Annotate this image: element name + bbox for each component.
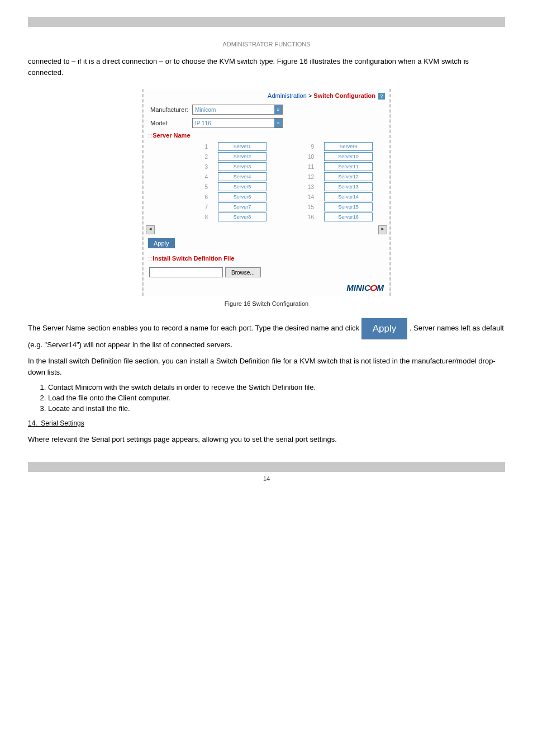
server-port-number: 14 (304, 194, 314, 200)
horizontal-scrollbar[interactable]: ◄ ► (146, 226, 387, 234)
browse-button[interactable]: Browse... (225, 267, 261, 277)
page-header: ADMINISTRATOR FUNCTIONS (28, 41, 505, 48)
server-port-number: 15 (304, 204, 314, 210)
server-name-input[interactable]: Server15 (324, 202, 373, 211)
server-name-input[interactable]: Server8 (218, 212, 266, 221)
server-name-header: Server Name (144, 130, 389, 141)
server-name-input[interactable]: Server2 (218, 152, 266, 161)
server-name-paragraph: The Server Name section enables you to r… (28, 318, 505, 350)
footer-bar (28, 462, 505, 472)
chevron-down-icon[interactable]: » (274, 119, 282, 127)
intro-paragraph: connected to – if it is a direct connect… (28, 56, 505, 78)
model-value: IP 116 (193, 120, 274, 126)
server-name-input[interactable]: Server10 (324, 152, 373, 161)
server-name-input[interactable]: Server9 (324, 142, 373, 151)
manufacturer-label: Manufacturer: (150, 106, 192, 113)
list-item: Locate and install the file. (48, 404, 505, 413)
server-port-number: 2 (198, 154, 208, 160)
section-14-body: Where relevant the Serial port settings … (28, 434, 505, 445)
server-name-input[interactable]: Server7 (218, 202, 266, 211)
server-name-input[interactable]: Server13 (324, 182, 373, 191)
install-switch-paragraph: In the Install switch Definition file se… (28, 356, 505, 377)
server-port-number: 16 (304, 214, 314, 220)
minicom-logo: MINICOM (144, 281, 389, 296)
server-port-number: 11 (304, 164, 314, 170)
manufacturer-value: Minicom (193, 107, 274, 113)
list-item: Contact Minicom with the switch details … (48, 383, 505, 391)
list-item: Load the file onto the Client computer. (48, 394, 505, 402)
page-number: 14 (28, 475, 505, 482)
file-path-input[interactable] (149, 267, 223, 277)
server-name-input[interactable]: Server6 (218, 192, 266, 201)
breadcrumb-admin[interactable]: Administration (268, 92, 307, 99)
server-port-number: 1 (198, 144, 208, 150)
scroll-left-icon[interactable]: ◄ (146, 225, 155, 234)
server-name-input[interactable]: Server4 (218, 172, 266, 181)
apply-button-illustration: Apply (361, 318, 408, 339)
apply-button[interactable]: Apply (148, 238, 175, 248)
section-14-heading: 14. Serial Settings (28, 418, 505, 428)
model-label: Model: (150, 120, 192, 126)
server-grid: 1Server12Server23Server34Server45Server5… (144, 141, 389, 223)
server-name-input[interactable]: Server12 (324, 172, 373, 181)
figure-caption: Figure 16 Switch Configuration (28, 300, 505, 307)
server-name-input[interactable]: Server14 (324, 192, 373, 201)
help-icon[interactable]: ? (378, 93, 385, 100)
header-bar (28, 17, 505, 27)
install-file-header: Install Switch Definition File (144, 253, 389, 264)
server-port-number: 9 (304, 144, 314, 150)
server-port-number: 6 (198, 194, 208, 200)
breadcrumb-current: Switch Configuration (313, 92, 375, 99)
server-port-number: 3 (198, 164, 208, 170)
scroll-right-icon[interactable]: ► (378, 225, 387, 234)
server-port-number: 4 (198, 174, 208, 180)
server-name-input[interactable]: Server11 (324, 162, 373, 171)
switch-config-figure: Administration > Switch Configuration ? … (142, 89, 391, 296)
server-name-input[interactable]: Server5 (218, 182, 266, 191)
server-name-input[interactable]: Server16 (324, 212, 373, 221)
model-select[interactable]: IP 116 » (192, 118, 283, 128)
server-port-number: 8 (198, 214, 208, 220)
server-port-number: 12 (304, 174, 314, 180)
server-name-input[interactable]: Server3 (218, 162, 266, 171)
server-name-input[interactable]: Server1 (218, 142, 266, 151)
chevron-down-icon[interactable]: » (274, 105, 282, 114)
server-port-number: 5 (198, 184, 208, 190)
manufacturer-select[interactable]: Minicom » (192, 105, 283, 115)
instruction-list: Contact Minicom with the switch details … (48, 383, 505, 413)
breadcrumb: Administration > Switch Configuration ? (144, 89, 389, 103)
server-port-number: 10 (304, 154, 314, 160)
server-port-number: 7 (198, 204, 208, 210)
server-port-number: 13 (304, 184, 314, 190)
